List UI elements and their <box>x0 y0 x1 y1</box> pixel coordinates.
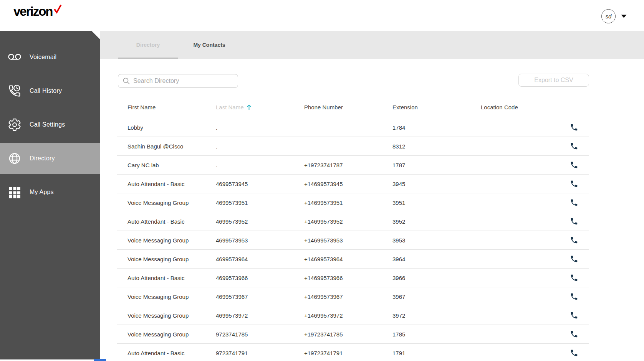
call-button[interactable] <box>570 311 579 320</box>
cell-first-name: Voice Messaging Group <box>127 325 212 343</box>
bottom-accent-bar <box>94 359 106 361</box>
cell-first-name: Sachin Bagul @Cisco <box>127 137 212 155</box>
tab-my-contacts[interactable]: My Contacts <box>177 31 242 59</box>
user-menu: sd <box>601 9 627 23</box>
cell-first-name: Auto Attendant - Basic <box>127 175 212 193</box>
table-row: Auto Attendant - Basic 4699573966 +14699… <box>117 268 589 287</box>
directory-table: First Name Last Name Phone Number Extens… <box>117 96 589 361</box>
cell-location-code <box>481 175 565 193</box>
cell-last-name: . <box>216 156 300 174</box>
call-button[interactable] <box>570 274 579 283</box>
phone-icon <box>570 292 578 301</box>
cell-last-name: . <box>216 118 300 137</box>
cell-first-name: Auto Attendant - Basic <box>127 212 212 231</box>
table-row: Sachin Bagul @Cisco . 8312 <box>117 137 589 155</box>
cell-first-name: Voice Messaging Group <box>127 306 212 325</box>
app-header: verizon sd <box>0 0 644 31</box>
cell-extension: 1791 <box>392 344 477 361</box>
export-to-csv-button[interactable]: Export to CSV <box>518 74 589 87</box>
sidebar-item-directory[interactable]: Directory <box>0 143 100 174</box>
avatar[interactable]: sd <box>601 9 616 23</box>
cell-extension: 3952 <box>392 212 477 231</box>
cell-last-name: 4699573953 <box>216 231 300 249</box>
call-button[interactable] <box>570 198 579 208</box>
call-button[interactable] <box>570 349 579 358</box>
tab-bar: Directory My Contacts <box>100 31 644 59</box>
cell-phone-number <box>304 118 389 137</box>
call-button[interactable] <box>570 161 579 170</box>
cell-phone-number: +14699573967 <box>304 287 389 306</box>
cell-last-name: 4699573945 <box>216 175 300 193</box>
cell-phone-number: +14699573964 <box>304 250 389 268</box>
phone-icon <box>570 161 578 169</box>
cell-first-name: Cary NC lab <box>127 156 212 174</box>
cell-location-code <box>481 231 565 249</box>
search-icon <box>123 77 130 85</box>
table-row: Auto Attendant - Basic 4699573952 +14699… <box>117 212 589 231</box>
search-box <box>118 74 238 88</box>
call-button[interactable] <box>570 142 579 151</box>
column-header-location-code[interactable]: Location Code <box>481 96 565 118</box>
cell-first-name: Auto Attendant - Basic <box>127 269 212 287</box>
column-header-last-name[interactable]: Last Name <box>216 96 300 118</box>
sidebar-item-my-apps[interactable]: My Apps <box>0 176 100 208</box>
app-root: verizon sd Voicemail <box>0 0 644 361</box>
tab-active-underline <box>118 58 178 59</box>
sidebar-item-voicemail[interactable]: Voicemail <box>0 41 100 73</box>
cell-first-name: Voice Messaging Group <box>127 250 212 268</box>
cell-phone-number: +14699573952 <box>304 212 389 231</box>
cell-last-name: 9723741785 <box>216 325 300 343</box>
tab-directory-label: Directory <box>136 42 160 48</box>
verizon-logo: verizon <box>13 5 62 18</box>
cell-phone-number: +19723741791 <box>304 344 389 361</box>
chevron-down-icon[interactable] <box>621 15 627 18</box>
cell-phone-number: +19723741787 <box>304 156 389 174</box>
cell-phone-number: +14699573972 <box>304 306 389 325</box>
call-button[interactable] <box>570 180 579 189</box>
call-history-icon <box>8 84 22 98</box>
call-button[interactable] <box>570 123 579 132</box>
table-row: Lobby . 1784 <box>117 118 589 137</box>
cell-extension: 3951 <box>392 193 477 212</box>
call-button[interactable] <box>570 292 579 302</box>
column-header-phone-number[interactable]: Phone Number <box>304 96 389 118</box>
cell-location-code <box>481 212 565 231</box>
phone-icon <box>570 217 578 226</box>
cell-phone-number <box>304 137 389 155</box>
call-button[interactable] <box>570 255 579 264</box>
phone-icon <box>570 349 578 357</box>
table-body: Lobby . 1784 Sachin Bagul @Cisco . 8312 … <box>117 118 589 361</box>
column-header-extension[interactable]: Extension <box>392 96 477 118</box>
cell-extension: 1785 <box>392 325 477 343</box>
cell-extension: 8312 <box>392 137 477 155</box>
sidebar-item-call-settings[interactable]: Call Settings <box>0 109 100 140</box>
cell-location-code <box>481 250 565 268</box>
cell-last-name: 4699573966 <box>216 269 300 287</box>
phone-icon <box>570 274 578 282</box>
cell-location-code <box>481 306 565 325</box>
sidebar-item-call-history[interactable]: Call History <box>0 75 100 107</box>
sidebar-item-label: My Apps <box>30 189 54 196</box>
cell-extension: 3964 <box>392 250 477 268</box>
cell-phone-number: +14699573951 <box>304 193 389 212</box>
cell-last-name: 4699573952 <box>216 212 300 231</box>
column-header-first-name[interactable]: First Name <box>127 96 212 118</box>
sidebar-item-label: Call Settings <box>30 121 65 128</box>
sidebar-item-label: Directory <box>30 155 55 162</box>
cell-last-name: . <box>216 137 300 155</box>
globe-icon <box>8 152 22 165</box>
cell-phone-number: +14699573945 <box>304 175 389 193</box>
verizon-logo-text: verizon <box>13 5 53 18</box>
cell-extension: 3966 <box>392 269 477 287</box>
table-header-row: First Name Last Name Phone Number Extens… <box>117 96 589 118</box>
tab-directory[interactable]: Directory <box>118 31 178 59</box>
cell-first-name: Auto Attendant - Basic <box>127 344 212 361</box>
search-input[interactable] <box>133 77 233 84</box>
phone-icon <box>570 180 578 188</box>
call-button[interactable] <box>570 236 579 245</box>
cell-location-code <box>481 344 565 361</box>
call-button[interactable] <box>570 217 579 226</box>
call-button[interactable] <box>570 330 579 339</box>
cell-extension: 3967 <box>392 287 477 306</box>
verizon-check-icon <box>53 5 62 15</box>
